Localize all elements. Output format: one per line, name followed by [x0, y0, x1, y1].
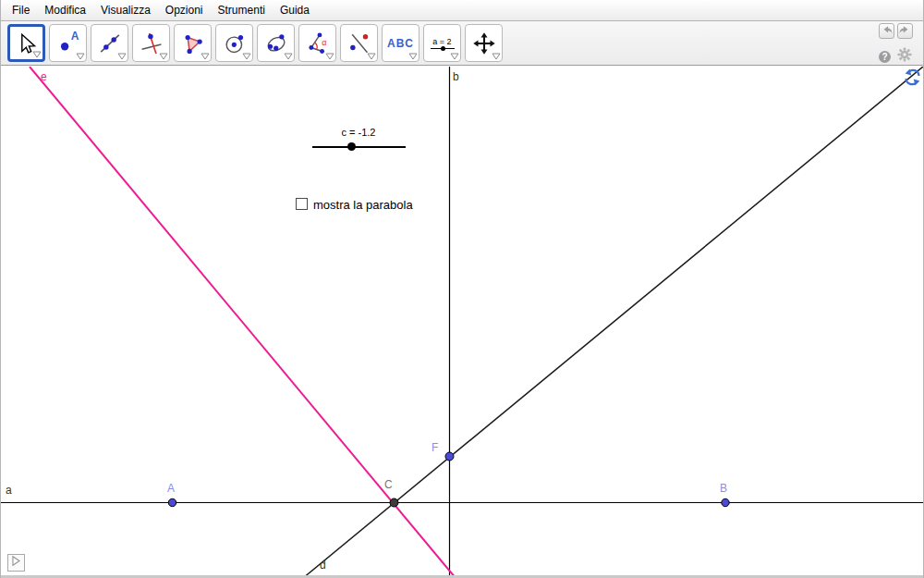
tool-angle[interactable]: α [298, 24, 336, 62]
move-view-icon [472, 31, 496, 55]
polygon-icon [181, 31, 205, 55]
slider-c-handle[interactable] [347, 142, 356, 151]
slider-c-label: c = -1.2 [312, 127, 405, 138]
menu-guida[interactable]: Guida [273, 1, 317, 19]
tool-dropdown-arrow[interactable] [117, 53, 127, 60]
label-line-d: d [320, 559, 326, 572]
angle-icon-label: α [322, 38, 326, 47]
tool-dropdown-arrow[interactable] [408, 53, 418, 60]
tool-dropdown-arrow[interactable] [284, 53, 293, 60]
reflection-icon [347, 31, 371, 55]
parabola-checkbox-label[interactable]: mostra la parabola [313, 198, 413, 212]
geogebra-window: File Modifica Visualizza Opzioni Strumen… [0, 0, 924, 578]
tool-slider[interactable]: a = 2 [423, 24, 461, 62]
help-icon[interactable]: ? [879, 51, 891, 63]
tool-dropdown-arrow[interactable] [325, 53, 334, 60]
tool-dropdown-arrow[interactable] [159, 53, 168, 60]
label-line-b: b [453, 70, 459, 83]
undo-redo-group [879, 23, 913, 39]
tool-reflection[interactable] [340, 24, 378, 62]
tool-perpendicular-line[interactable] [132, 24, 170, 62]
label-line-e: e [41, 70, 47, 83]
tool-polygon[interactable] [174, 24, 212, 62]
tool-dropdown-arrow[interactable] [76, 53, 85, 60]
graphics-view[interactable]: e b a d A B C F c = -1.2 mostra la parab… [1, 67, 923, 578]
tool-dropdown-arrow[interactable] [201, 53, 210, 60]
tool-circle[interactable] [215, 24, 253, 62]
label-point-C: C [384, 478, 393, 491]
angle-icon: α [306, 31, 330, 55]
geometry-layer [1, 67, 924, 578]
undo-button[interactable] [879, 23, 894, 39]
tool-text[interactable]: ABC [382, 24, 419, 62]
tool-ellipse[interactable] [257, 24, 295, 62]
menu-opzioni[interactable]: Opzioni [158, 1, 211, 19]
tool-dropdown-arrow[interactable] [32, 51, 42, 58]
ellipse-icon [264, 31, 288, 55]
tool-dropdown-arrow[interactable] [450, 53, 459, 60]
toolbar: A [1, 21, 923, 66]
undo-icon [881, 23, 893, 40]
text-tool-icon: ABC [387, 37, 414, 50]
label-point-B: B [720, 482, 727, 495]
point-A[interactable] [168, 498, 176, 506]
menu-bar: File Modifica Visualizza Opzioni Strumen… [1, 0, 923, 21]
menu-visualizza[interactable]: Visualizza [93, 1, 158, 19]
play-button[interactable] [7, 554, 25, 572]
tool-move[interactable] [7, 24, 45, 62]
help-settings-group: ? [879, 47, 912, 66]
perpendicular-line-icon [140, 31, 164, 55]
gear-icon[interactable] [897, 47, 912, 66]
point-C[interactable] [390, 498, 398, 507]
point-icon-label: A [71, 30, 79, 43]
refresh-view-icon[interactable] [903, 68, 922, 87]
menu-file[interactable]: File [5, 1, 37, 19]
label-point-F: F [432, 441, 438, 454]
parabola-checkbox[interactable] [296, 198, 308, 210]
point-F[interactable] [445, 452, 454, 461]
tool-point[interactable]: A [49, 24, 87, 62]
line-icon [98, 31, 122, 55]
tool-dropdown-arrow[interactable] [492, 53, 501, 60]
tool-dropdown-arrow[interactable] [367, 53, 376, 60]
label-point-A: A [167, 482, 175, 495]
menu-modifica[interactable]: Modifica [37, 1, 93, 19]
slider-c-track[interactable] [312, 146, 406, 148]
circle-icon [223, 31, 247, 55]
point-B[interactable] [722, 498, 729, 506]
slider-tool-icon-label: a = 2 [432, 37, 451, 46]
redo-icon [899, 23, 911, 40]
tool-line[interactable] [91, 24, 128, 62]
redo-button[interactable] [897, 23, 913, 39]
tool-dropdown-arrow[interactable] [242, 53, 251, 60]
label-line-a: a [6, 484, 12, 497]
menu-strumenti[interactable]: Strumenti [211, 1, 273, 19]
point-icon: A [56, 31, 80, 55]
tool-move-graphics-view[interactable] [465, 24, 503, 62]
play-icon [9, 554, 23, 572]
slider-tool-icon: a = 2 [431, 37, 455, 49]
